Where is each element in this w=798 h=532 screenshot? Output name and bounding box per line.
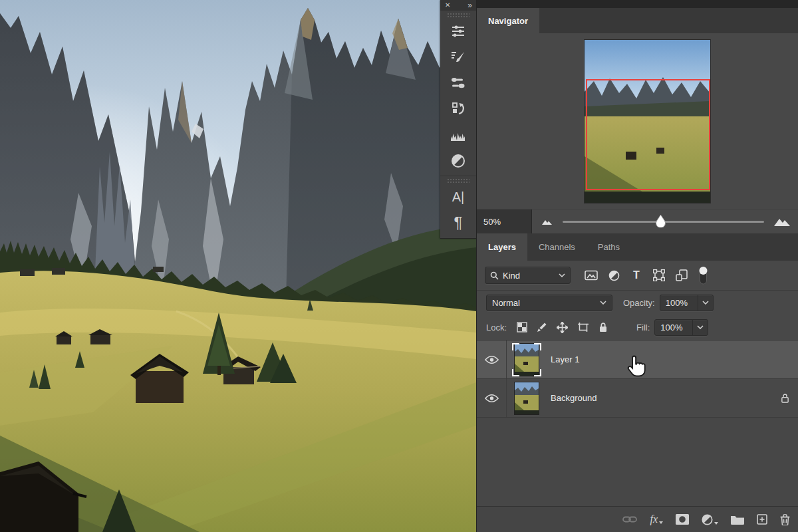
tab-paths[interactable]: Paths <box>587 233 631 261</box>
navigator-tab-bar: Navigator <box>477 8 798 33</box>
zoom-in-icon[interactable] <box>773 217 791 227</box>
layer-thumbnail[interactable] <box>512 342 541 378</box>
search-icon <box>490 271 499 280</box>
lock-transparency-icon[interactable] <box>517 322 527 332</box>
opacity-value[interactable]: 100% <box>660 298 698 308</box>
zoom-percentage-field[interactable]: 50% <box>477 209 532 233</box>
collapse-panels-icon[interactable]: » <box>467 1 471 9</box>
adjustment-layer-icon[interactable] <box>702 514 718 525</box>
lock-pixels-icon[interactable] <box>537 322 547 332</box>
adjustment-layer-filter-icon[interactable] <box>607 270 620 281</box>
histogram-icon[interactable] <box>440 122 476 148</box>
lock-artboard-icon[interactable] <box>577 322 589 332</box>
tab-navigator[interactable]: Navigator <box>477 8 539 33</box>
fill-value[interactable]: 100% <box>655 323 692 332</box>
tool-strip-header: ✕ » <box>440 0 476 11</box>
brush-settings-icon[interactable] <box>440 44 476 70</box>
smart-object-filter-icon[interactable] <box>675 269 688 281</box>
opacity-field[interactable]: 100% <box>660 295 714 311</box>
fill-label: Fill: <box>636 323 650 332</box>
chevron-down-icon <box>702 301 709 305</box>
chevron-down-icon <box>697 325 704 329</box>
clone-source-icon[interactable] <box>440 96 476 122</box>
blend-mode-select[interactable]: Normal <box>486 295 612 311</box>
layer-effects-icon[interactable]: fx <box>650 514 663 525</box>
layer-filter-row: Kind T <box>477 261 798 291</box>
navigator-zoom-row: 50% <box>477 209 798 233</box>
layers-bottom-bar: fx <box>477 506 798 532</box>
background-lock-icon <box>781 393 789 403</box>
zoom-slider-thumb[interactable] <box>655 214 666 227</box>
tool-presets-icon[interactable] <box>440 70 476 96</box>
new-layer-icon[interactable] <box>757 514 767 525</box>
delete-layer-icon[interactable] <box>780 514 790 525</box>
character-panel-icon[interactable]: A| <box>440 184 476 209</box>
tab-channels[interactable]: Channels <box>527 233 587 261</box>
type-layer-filter-icon[interactable]: T <box>630 269 643 281</box>
panel-grip[interactable] <box>447 13 469 17</box>
layer-name[interactable]: Layer 1 <box>551 354 579 364</box>
chevron-down-icon <box>559 273 565 277</box>
shape-layer-filter-icon[interactable] <box>652 269 666 281</box>
zoom-slider[interactable] <box>563 215 764 228</box>
tab-layers[interactable]: Layers <box>477 233 527 261</box>
lock-label: Lock: <box>486 323 507 332</box>
layer-row-layer-1[interactable]: Layer 1 <box>477 340 798 379</box>
adjustments-sliders-icon[interactable] <box>440 18 476 44</box>
zoom-out-icon[interactable] <box>541 217 553 225</box>
layer-name[interactable]: Background <box>551 393 597 403</box>
blend-mode-row: Normal Opacity: 100% <box>477 291 798 315</box>
chevron-down-icon <box>600 301 606 305</box>
lock-position-icon[interactable] <box>557 322 568 333</box>
layers-empty-area <box>477 418 798 506</box>
filter-kind-label: Kind <box>503 271 559 281</box>
opacity-label: Opacity: <box>623 298 655 308</box>
navigator-view-box[interactable] <box>586 79 710 190</box>
document-canvas[interactable] <box>0 0 476 532</box>
panel-grip[interactable] <box>447 178 469 183</box>
link-layers-icon[interactable] <box>622 515 637 523</box>
layer-thumbnail[interactable] <box>512 380 541 416</box>
eye-icon <box>485 394 499 403</box>
landscape-photo <box>0 0 476 532</box>
navigator-thumbnail[interactable] <box>585 40 710 203</box>
photoshop-workspace: ✕ » <box>0 0 798 532</box>
lock-all-icon[interactable] <box>598 322 608 332</box>
close-icon[interactable]: ✕ <box>445 2 450 9</box>
filter-kind-select[interactable]: Kind <box>485 267 571 284</box>
paragraph-panel-icon[interactable]: ¶ <box>440 209 476 235</box>
navigator-panel <box>477 33 798 209</box>
panel-dock: Navigator <box>476 0 798 532</box>
blend-mode-value: Normal <box>492 298 520 308</box>
eye-icon <box>485 355 499 364</box>
visibility-toggle[interactable] <box>477 379 507 417</box>
visibility-toggle[interactable] <box>477 340 507 378</box>
pixel-layer-filter-icon[interactable] <box>585 270 598 281</box>
layer-mask-icon[interactable] <box>676 514 689 525</box>
adjustments-circle-icon[interactable] <box>440 148 476 174</box>
lock-row: Lock: <box>477 315 798 340</box>
fill-field[interactable]: 100% <box>654 319 708 336</box>
layers-tab-bar: Layers Channels Paths <box>477 233 798 261</box>
layer-row-background[interactable]: Background <box>477 379 798 418</box>
dock-top-strip <box>477 0 798 8</box>
filter-toggle-icon[interactable] <box>698 266 708 285</box>
new-group-icon[interactable] <box>731 515 744 525</box>
panel-tool-strip: ✕ » <box>440 0 477 239</box>
